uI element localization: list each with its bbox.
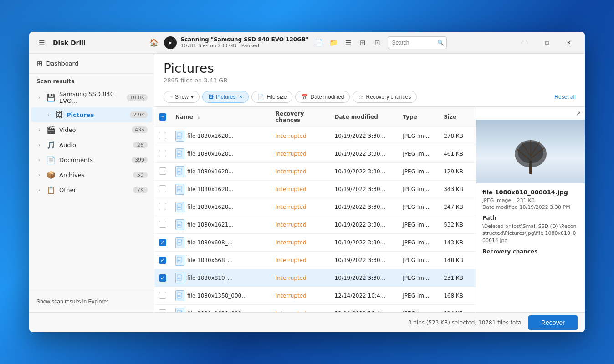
- type-column-header[interactable]: Type: [398, 107, 439, 127]
- row-checkbox[interactable]: [159, 132, 166, 139]
- sidebar-item-samsung[interactable]: › 💾 Samsung SSD 840 EVO... 10.8K: [31, 87, 152, 107]
- row-checkbox-cell[interactable]: [154, 305, 171, 313]
- sidebar-item-video[interactable]: › 🎬 Video 435: [31, 122, 152, 137]
- jpeg-file-icon: JPG: [177, 292, 183, 299]
- sidebar-other-label: Other: [59, 187, 133, 193]
- file-size-label: File size: [266, 94, 287, 100]
- table-and-detail: – Name ↓ Recovery chances: [154, 107, 585, 312]
- table-row: JPG file 1080x1620... Interrupted 10/19/…: [154, 163, 476, 181]
- dashboard-icon: ⊞: [36, 59, 42, 68]
- maximize-button[interactable]: □: [537, 35, 558, 50]
- row-status-cell: Interrupted: [271, 305, 330, 313]
- row-type-cell: JPEG Im...: [398, 216, 439, 234]
- row-name-cell: JPG file 1080x1620...: [171, 198, 271, 216]
- grid-view-button[interactable]: ⊞: [356, 36, 369, 50]
- row-checkbox-cell[interactable]: ✓: [154, 234, 171, 252]
- row-size-cell: 314 KB: [439, 305, 476, 313]
- sidebar-video-badge: 435: [132, 126, 148, 133]
- sidebar-archives-label: Archives: [59, 172, 133, 178]
- date-modified-filter-button[interactable]: 📅 Date modified: [295, 91, 350, 103]
- file-icon-button[interactable]: 📄: [312, 36, 326, 50]
- row-checkbox[interactable]: ✓: [159, 239, 166, 246]
- row-checkbox-cell[interactable]: [154, 181, 171, 198]
- star-icon: ☆: [358, 94, 363, 100]
- file-type-icon: JPG: [175, 166, 184, 177]
- svg-text:JPG: JPG: [177, 259, 181, 262]
- size-column-header[interactable]: Size: [439, 107, 476, 127]
- pictures-filter-button[interactable]: 🖼 Pictures ✕: [202, 91, 249, 103]
- show-filter-button[interactable]: ≡ Show ▾: [164, 91, 200, 103]
- sidebar-item-documents[interactable]: › 📄 Documents 399: [31, 152, 152, 167]
- file-name: file 1080x1620...: [187, 133, 234, 139]
- row-checkbox[interactable]: [159, 203, 166, 210]
- search-input[interactable]: [392, 40, 437, 46]
- split-view-button[interactable]: ⊡: [370, 36, 384, 50]
- jpeg-file-icon: JPG: [177, 186, 183, 193]
- table-row: JPG file 1080x1621... Interrupted 10/19/…: [154, 216, 476, 234]
- folder-icon-button[interactable]: 📁: [327, 36, 340, 50]
- file-icon-cell: JPG file 1080x1350_000...: [175, 290, 266, 301]
- sidebar-item-pictures[interactable]: › 🖼 Pictures 2.9K: [31, 107, 152, 122]
- sidebar-dashboard-item[interactable]: ⊞ Dashboard: [29, 54, 154, 74]
- reset-all-button[interactable]: Reset all: [554, 94, 576, 100]
- row-checkbox[interactable]: [159, 292, 166, 299]
- row-checkbox-cell[interactable]: [154, 127, 171, 145]
- svg-text:JPG: JPG: [177, 171, 181, 173]
- close-button[interactable]: ✕: [558, 35, 579, 50]
- row-status-cell: Interrupted: [271, 181, 330, 198]
- file-type-icon: JPG: [175, 202, 184, 212]
- row-date-cell: 10/19/2022 3:30...: [330, 181, 399, 198]
- play-pause-button[interactable]: ▶: [164, 36, 177, 49]
- row-checkbox[interactable]: [159, 167, 166, 175]
- recover-button[interactable]: Recover: [528, 315, 578, 330]
- row-date-cell: 10/19/2022 3:30...: [330, 269, 399, 287]
- row-checkbox-cell[interactable]: [154, 163, 171, 181]
- row-checkbox-cell[interactable]: [154, 216, 171, 234]
- row-checkbox[interactable]: [159, 150, 166, 157]
- sidebar-samsung-label: Samsung SSD 840 EVO...: [59, 91, 127, 104]
- row-checkbox-cell[interactable]: [154, 287, 171, 305]
- minimize-button[interactable]: —: [515, 35, 536, 50]
- svg-text:JPG: JPG: [177, 135, 181, 137]
- row-checkbox[interactable]: [159, 221, 166, 228]
- row-checkbox-cell[interactable]: ✓: [154, 269, 171, 287]
- select-all-header[interactable]: –: [154, 107, 171, 127]
- row-size-cell: 143 KB: [439, 234, 476, 252]
- status-badge: Interrupted: [276, 186, 307, 192]
- pictures-filter-close-icon[interactable]: ✕: [239, 94, 243, 100]
- external-link-button[interactable]: ↗: [576, 110, 581, 117]
- sidebar-item-archives[interactable]: › 📦 Archives 50: [31, 167, 152, 182]
- row-checkbox-cell[interactable]: [154, 145, 171, 163]
- status-badge: Interrupted: [276, 168, 307, 175]
- row-checkbox[interactable]: [159, 185, 166, 192]
- recovery-chances-filter-button[interactable]: ☆ Recovery chances: [353, 91, 417, 103]
- row-type-cell: JPEG Im...: [398, 163, 439, 181]
- file-size-filter-button[interactable]: 📄 File size: [251, 91, 292, 103]
- row-type-cell: JPEG Im...: [398, 198, 439, 216]
- hamburger-menu-button[interactable]: ☰: [35, 36, 48, 50]
- main-layout: ⊞ Dashboard Scan results › 💾 Samsung SSD…: [29, 54, 585, 312]
- sidebar-audio-label: Audio: [59, 142, 133, 148]
- show-scan-explorer-button[interactable]: Show scan results in Explorer: [36, 296, 108, 308]
- page-title: Pictures: [164, 61, 576, 76]
- table-row: JPG file 1080x1620... Interrupted 10/19/…: [154, 181, 476, 198]
- sidebar-item-audio[interactable]: › 🎵 Audio 26: [31, 137, 152, 152]
- row-type-cell: JPEG Im...: [398, 252, 439, 269]
- scan-info-area: 🏠 ▶ Scanning "Samsung SSD 840 EVO 120GB"…: [86, 36, 509, 50]
- home-button[interactable]: 🏠: [148, 36, 160, 49]
- dashboard-label: Dashboard: [46, 60, 78, 67]
- sidebar-item-other[interactable]: › 📋 Other 7K: [31, 182, 152, 197]
- row-checkbox-cell[interactable]: ✓: [154, 252, 171, 269]
- date-column-header[interactable]: Date modified: [330, 107, 399, 127]
- name-column-header[interactable]: Name ↓: [171, 107, 271, 127]
- row-checkbox-cell[interactable]: [154, 198, 171, 216]
- row-checkbox[interactable]: ✓: [159, 257, 166, 264]
- list-view-button[interactable]: ☰: [341, 36, 355, 50]
- file-type-icon: JPG: [175, 273, 184, 283]
- chevron-right-icon: ›: [38, 157, 44, 162]
- detail-date-modified: Date modified 10/19/2022 3:30 PM: [482, 204, 578, 210]
- select-all-checkbox[interactable]: –: [159, 113, 166, 121]
- recovery-column-header[interactable]: Recovery chances: [271, 107, 330, 127]
- row-checkbox[interactable]: ✓: [159, 274, 166, 282]
- row-name-cell: JPG file 1080x1621...: [171, 216, 271, 234]
